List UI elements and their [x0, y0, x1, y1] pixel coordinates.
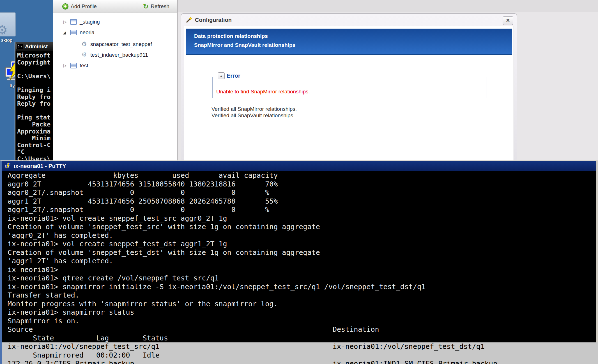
banner-subtitle: SnapMirror and SnapVault relationships — [194, 42, 295, 48]
cmd-prompt-icon: C:\ — [17, 44, 23, 49]
cmd-line: ^C — [17, 149, 53, 156]
verified-snapvault-text: Verified all SnapVault relationships. — [211, 112, 295, 119]
tree-item-snapcreator-test-sneppef[interactable]: ⚙ snapcreator_test_sneppef — [53, 39, 177, 49]
refresh-button[interactable]: ↻ Refresh — [143, 0, 169, 13]
cmd-line: Approxima — [17, 128, 53, 135]
configuration-content: Data protection relationships SnapMirror… — [184, 26, 514, 162]
chevron-right-icon[interactable]: ▷ — [63, 63, 67, 68]
cmd-line: Control-C — [17, 142, 53, 149]
putty-terminal[interactable]: Aggregate kbytes used avail capacity agg… — [2, 171, 596, 364]
banner-title: Data protection relationships — [194, 33, 268, 39]
desktop-shortcut-document[interactable]: ⚙ sktop — [0, 12, 18, 43]
cmd-line: Ping stat — [17, 114, 53, 121]
tree-item-staging[interactable]: ▷ _staging — [53, 17, 177, 27]
document-icon: ⚙ — [0, 12, 16, 36]
cmd-line: Packe — [17, 121, 53, 128]
profiles-panel: + Add Profile ↻ Refresh ▷ _staging ◢ neo… — [53, 0, 178, 162]
tree-item-label: test — [80, 63, 88, 69]
terminal-line: ix-neoria01> vol create sneppef_test_dst… — [8, 240, 596, 248]
wand-icon — [186, 17, 192, 23]
gear-icon: ⚙ — [81, 51, 87, 58]
error-fieldset — [212, 77, 486, 98]
terminal-line: Creation of volume 'sneppef_test_src' wi… — [8, 223, 596, 231]
terminal-line: aggr1_2T/.snapshot 0 0 0 ---% — [8, 206, 596, 214]
cmd-window[interactable]: C:\ Administ Microsoft Copyright C:\User… — [15, 42, 54, 163]
add-profile-label: Add Profile — [71, 3, 97, 10]
cmd-line: Copyright — [17, 59, 53, 66]
gear-icon: ⚙ — [81, 40, 87, 48]
terminal-line: ix-neoria01> qtree create /vol/sneppef_t… — [8, 274, 596, 283]
putty-window: ix-neoria01 - PuTTY Aggregate kbytes use… — [0, 160, 598, 364]
cmd-line: Reply fro — [17, 100, 53, 107]
terminal-line-selected: Snapmirrored 00:02:00 Idle — [2, 351, 598, 360]
cmd-line: Reply fro — [17, 94, 53, 101]
terminal-line: Aggregate kbytes used avail capacity — [8, 171, 596, 180]
terminal-line: ix-neoria01> snapmirror status — [8, 308, 596, 317]
terminal-line: State Lag Status — [8, 334, 596, 343]
cmd-line — [17, 80, 53, 87]
terminal-line: Monitor progress with 'snapmirror status… — [8, 300, 596, 308]
terminal-line: aggr0_2T 45313174656 31510855840 1380231… — [8, 180, 596, 189]
tree-item-test-indaver-backup911[interactable]: ⚙ test_indaver_backup911 — [53, 50, 177, 60]
terminal-line: aggr1_2T 45313174656 25050708868 2026246… — [8, 197, 596, 206]
refresh-icon: ↻ — [143, 3, 148, 10]
gear-icon: ⚙ — [0, 23, 8, 37]
profiles-toolbar: + Add Profile ↻ Refresh — [53, 0, 177, 13]
chevron-expanded-icon[interactable]: ◢ — [63, 30, 66, 35]
cmd-line — [17, 107, 53, 114]
close-icon[interactable]: × — [503, 16, 513, 25]
tree-item-test[interactable]: ▷ test — [53, 61, 177, 71]
putty-window-title: ix-neoria01 - PuTTY — [14, 163, 66, 169]
terminal-line: aggr0_2T/.snapshot 0 0 0 ---% — [8, 188, 596, 197]
profile-list-icon — [70, 19, 77, 25]
cmd-console[interactable]: Microsoft Copyright C:\Users\ Pinging i … — [15, 51, 53, 163]
cmd-line: Minim — [17, 135, 53, 142]
configuration-dialog: Configuration × Data protection relation… — [181, 13, 517, 162]
configuration-titlebar: Configuration — [181, 14, 517, 26]
tree-item-label: _staging — [80, 19, 100, 25]
terminal-line: 'aggr0_2T' has completed. — [8, 231, 596, 240]
cmd-line: Microsoft — [17, 52, 53, 59]
cmd-window-title: Administ — [25, 43, 48, 50]
terminal-line-selected: ix-neoria01:/vol/sneppef_test_src/q1 ix-… — [2, 342, 598, 351]
terminal-line: ix-neoria01> snapmirror initialize -S ix… — [8, 283, 596, 291]
terminal-line: ix-neoria01> vol create sneppef_test_src… — [8, 214, 596, 223]
putty-title-icon — [4, 163, 11, 169]
terminal-line: Transfer started. — [8, 291, 596, 300]
error-message: Unable to find SnapMirror relationships. — [216, 89, 310, 95]
chevron-right-icon[interactable]: ▷ — [63, 19, 67, 24]
terminal-line: 'aggr1_2T' has completed. — [8, 257, 596, 266]
tree-item-label: test_indaver_backup911 — [90, 52, 148, 58]
putty-titlebar: ix-neoria01 - PuTTY — [2, 161, 596, 171]
add-icon: + — [62, 3, 68, 10]
error-legend-label: Error — [227, 73, 240, 79]
dialog-title: Configuration — [195, 17, 232, 23]
data-protection-banner: Data protection relationships SnapMirror… — [186, 29, 512, 55]
refresh-label: Refresh — [151, 3, 169, 10]
terminal-line: Source Destination — [8, 325, 596, 334]
tree-item-label: snapcreator_test_sneppef — [90, 41, 152, 47]
cmd-line: Pinging i — [17, 87, 53, 94]
terminal-line: Creation of volume 'sneppef_test_dst' wi… — [8, 248, 596, 257]
cmd-titlebar: C:\ Administ — [15, 42, 53, 51]
app-toolbar-band — [178, 0, 598, 12]
terminal-line: Snapmirror is on. — [8, 317, 596, 326]
tree-item-label: neoria — [80, 29, 95, 36]
tree-item-neoria[interactable]: ◢ neoria — [53, 27, 177, 38]
add-profile-button[interactable]: + Add Profile — [62, 0, 97, 13]
profile-list-icon — [70, 63, 77, 68]
terminal-line: ix-neoria01> — [8, 266, 596, 274]
terminal-line-selected: 172.26.0.3:CIFS_Primair_backup ix-neoria… — [2, 360, 598, 364]
collapse-toggle-icon[interactable]: ▲ — [218, 72, 225, 79]
error-legend: ▲ Error — [216, 72, 242, 79]
cmd-line: C:\Users\ — [17, 73, 53, 80]
cmd-line — [17, 66, 53, 73]
verified-snapmirror-text: Verified all SnapMirror relationships. — [211, 106, 297, 112]
profile-list-icon — [70, 30, 77, 35]
